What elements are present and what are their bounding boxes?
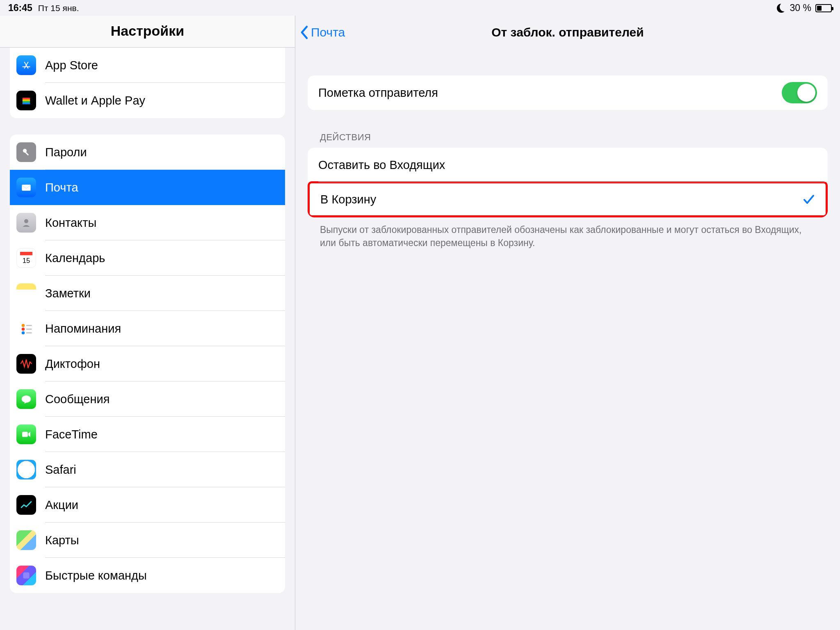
messages-icon xyxy=(16,389,36,409)
sidebar-item-label: Пароли xyxy=(45,146,87,159)
sidebar-title: Настройки xyxy=(0,16,295,48)
svg-rect-6 xyxy=(22,185,30,191)
group-actions: Оставить во Входящих В Корзину xyxy=(308,148,828,217)
svg-text:15: 15 xyxy=(23,257,30,265)
section-footer-actions: Выпуски от заблокированных отправителей … xyxy=(308,217,828,249)
svg-rect-2 xyxy=(23,101,30,103)
sidebar-item-label: Карты xyxy=(45,534,79,547)
sidebar-item-label: Сообщения xyxy=(45,393,110,406)
shortcuts-icon xyxy=(16,566,36,585)
svg-point-12 xyxy=(22,331,25,335)
row-leave-inbox[interactable]: Оставить во Входящих xyxy=(308,148,828,182)
sidebar-item-label: Акции xyxy=(45,498,78,512)
row-mark-sender[interactable]: Пометка отправителя xyxy=(308,75,828,110)
stocks-icon xyxy=(16,495,36,515)
sidebar-item-label: Контакты xyxy=(45,216,96,230)
battery-percent: 30 % xyxy=(790,2,811,14)
status-date: Пт 15 янв. xyxy=(38,3,79,13)
sidebar-item-label: Почта xyxy=(45,181,78,194)
sidebar-item-calendar[interactable]: 15 Календарь xyxy=(10,240,285,276)
row-label: В Корзину xyxy=(320,193,376,206)
row-move-to-trash[interactable]: В Корзину xyxy=(310,183,826,215)
svg-rect-0 xyxy=(23,98,30,99)
svg-rect-5 xyxy=(25,152,29,155)
do-not-disturb-icon xyxy=(777,4,786,13)
sidebar-item-voice-memos[interactable]: Диктофон xyxy=(10,346,285,381)
section-header-actions: ДЕЙСТВИЯ xyxy=(308,110,828,148)
facetime-icon xyxy=(16,425,36,444)
sidebar-item-reminders[interactable]: Напоминания xyxy=(10,311,285,346)
checkmark-icon xyxy=(803,193,815,205)
back-button[interactable]: Почта xyxy=(299,25,345,40)
sidebar-item-label: FaceTime xyxy=(45,428,98,441)
group-mark-sender: Пометка отправителя xyxy=(308,75,828,110)
chevron-left-icon xyxy=(299,25,308,40)
svg-rect-16 xyxy=(22,432,28,437)
reminders-icon xyxy=(16,319,36,338)
svg-point-11 xyxy=(22,328,25,331)
sidebar-item-label: Напоминания xyxy=(45,322,121,336)
mail-icon xyxy=(16,178,36,197)
sidebar-item-label: Safari xyxy=(45,463,76,477)
detail-header: Почта От заблок. отправителей xyxy=(295,16,840,49)
status-time: 16:45 xyxy=(8,2,32,14)
toggle-mark-sender[interactable] xyxy=(782,82,817,103)
wallet-icon xyxy=(16,91,36,110)
sidebar-item-contacts[interactable]: Контакты xyxy=(10,205,285,240)
svg-marker-19 xyxy=(24,470,26,473)
sidebar-item-notes[interactable]: Заметки xyxy=(10,276,285,311)
back-label: Почта xyxy=(311,25,345,39)
svg-rect-20 xyxy=(23,572,29,578)
svg-point-10 xyxy=(22,324,25,327)
safari-icon xyxy=(16,460,36,479)
sidebar-item-shortcuts[interactable]: Быстрые команды xyxy=(10,558,285,593)
detail-pane: Почта От заблок. отправителей Пометка от… xyxy=(295,16,840,630)
sidebar-item-label: Wallet и Apple Pay xyxy=(45,94,145,107)
svg-rect-8 xyxy=(20,252,32,255)
svg-rect-1 xyxy=(23,99,30,101)
sidebar-item-label: Календарь xyxy=(45,251,105,265)
sidebar-item-mail[interactable]: Почта xyxy=(10,170,285,205)
sidebar-item-stocks[interactable]: Акции xyxy=(10,487,285,523)
voice-memos-icon xyxy=(16,354,36,374)
sidebar-item-messages[interactable]: Сообщения xyxy=(10,381,285,417)
row-label: Оставить во Входящих xyxy=(318,158,445,172)
sidebar-item-safari[interactable]: Safari xyxy=(10,452,285,487)
status-bar: 16:45 Пт 15 янв. 30 % xyxy=(0,0,840,16)
calendar-icon: 15 xyxy=(16,248,36,268)
svg-rect-3 xyxy=(23,103,30,104)
appstore-icon xyxy=(16,55,36,75)
sidebar-item-facetime[interactable]: FaceTime xyxy=(10,417,285,452)
detail-title: От заблок. отправителей xyxy=(491,25,644,39)
sidebar-item-appstore[interactable]: App Store xyxy=(10,48,285,83)
sidebar: Настройки App Store Wallet и App xyxy=(0,16,295,630)
svg-marker-17 xyxy=(26,467,28,470)
sidebar-item-label: Быстрые команды xyxy=(45,569,147,582)
row-label: Пометка отправителя xyxy=(318,86,438,100)
sidebar-group-store: App Store Wallet и Apple Pay xyxy=(10,48,285,118)
sidebar-item-wallet[interactable]: Wallet и Apple Pay xyxy=(10,83,285,118)
sidebar-item-label: Диктофон xyxy=(45,357,100,371)
sidebar-item-label: App Store xyxy=(45,59,98,72)
sidebar-item-maps[interactable]: Карты xyxy=(10,523,285,558)
highlight-trash-option: В Корзину xyxy=(308,181,828,217)
sidebar-item-label: Заметки xyxy=(45,287,91,300)
maps-icon xyxy=(16,530,36,550)
sidebar-item-passwords[interactable]: Пароли xyxy=(10,135,285,170)
notes-icon xyxy=(16,283,36,303)
battery-icon xyxy=(815,4,832,12)
key-icon xyxy=(16,142,36,162)
contacts-icon xyxy=(16,213,36,233)
svg-point-7 xyxy=(24,219,28,223)
sidebar-group-apps: Пароли Почта Контакты xyxy=(10,135,285,593)
